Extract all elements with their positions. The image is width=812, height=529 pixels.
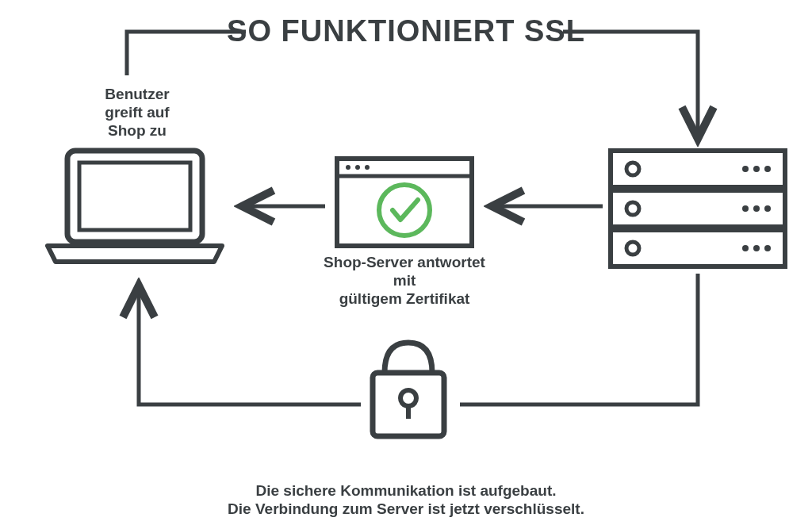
svg-point-19 (626, 242, 639, 255)
svg-point-5 (355, 165, 360, 170)
ssl-diagram (0, 0, 812, 529)
svg-point-24 (400, 390, 416, 406)
svg-point-6 (365, 165, 370, 170)
laptop-icon (48, 151, 222, 262)
svg-point-20 (742, 245, 749, 251)
svg-point-10 (742, 166, 749, 172)
svg-point-9 (626, 163, 639, 175)
svg-point-22 (764, 245, 771, 251)
bottom-connector (139, 274, 698, 404)
svg-point-17 (764, 205, 771, 212)
server-icon (611, 151, 785, 266)
svg-point-15 (742, 205, 749, 212)
top-connector (127, 32, 698, 139)
svg-point-7 (379, 185, 430, 236)
svg-point-11 (753, 166, 760, 172)
svg-point-4 (346, 165, 350, 170)
checkmark-icon (379, 185, 430, 236)
svg-point-16 (753, 205, 760, 212)
svg-point-12 (764, 166, 771, 172)
lock-icon (373, 343, 444, 436)
browser-icon (337, 159, 472, 246)
svg-point-21 (753, 245, 760, 251)
svg-rect-2 (337, 159, 472, 246)
svg-point-14 (626, 202, 639, 215)
svg-rect-1 (79, 163, 190, 230)
